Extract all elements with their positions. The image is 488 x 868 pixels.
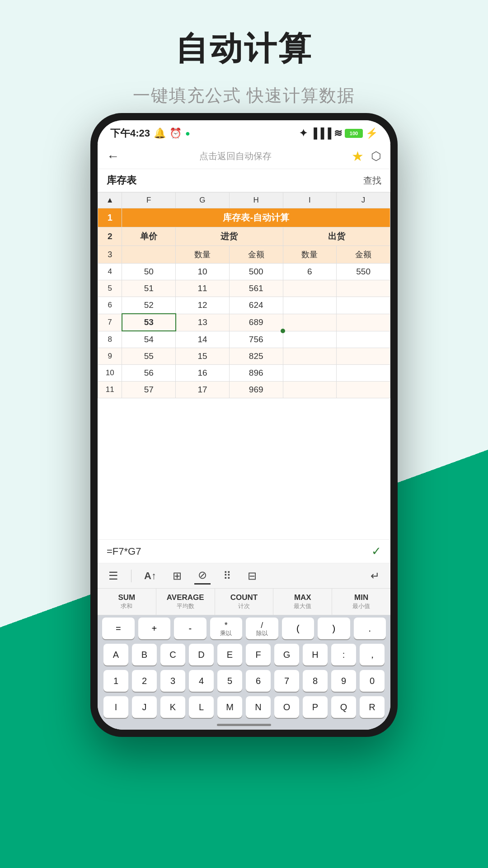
cell-H6[interactable]: 624 (229, 297, 283, 314)
cell-G6[interactable]: 12 (176, 297, 230, 314)
key-dot[interactable]: . (354, 618, 386, 639)
key-B[interactable]: B (132, 644, 157, 665)
cell-J5[interactable] (337, 280, 390, 297)
bookmark-button[interactable]: ★ (352, 148, 364, 164)
cell-I5[interactable] (283, 280, 337, 297)
cell-F7-selected[interactable]: 53 (122, 314, 176, 331)
cell-J7[interactable] (337, 314, 390, 331)
key-multiply[interactable]: *乘以 (210, 618, 243, 639)
func-max-button[interactable]: MAX 最大值 (273, 589, 332, 615)
key-minus[interactable]: - (174, 618, 206, 639)
key-A[interactable]: A (103, 644, 128, 665)
back-button[interactable]: ← (107, 149, 119, 164)
key-3[interactable]: 3 (160, 670, 185, 692)
key-0[interactable]: 0 (360, 670, 385, 692)
cell-G9[interactable]: 15 (176, 348, 230, 365)
key-lparen[interactable]: ( (282, 618, 314, 639)
cell-H10[interactable]: 896 (229, 365, 283, 382)
find-button[interactable]: 查找 (363, 175, 381, 187)
cell-H3[interactable]: 金额 (229, 246, 283, 264)
cell-F6[interactable]: 52 (122, 297, 176, 314)
cell-G7[interactable]: 13 (176, 314, 230, 331)
kb-grid-icon[interactable]: ⠿ (220, 568, 235, 584)
key-comma[interactable]: ， (360, 644, 385, 665)
cell-J6[interactable] (337, 297, 390, 314)
share-button[interactable]: ⬡ (371, 149, 381, 163)
cell-H8[interactable]: 756 (229, 331, 283, 348)
key-2[interactable]: 2 (132, 670, 157, 692)
key-G[interactable]: G (274, 644, 299, 665)
key-rparen[interactable]: ) (318, 618, 350, 639)
cell-I2[interactable]: 出货 (283, 227, 390, 246)
key-9[interactable]: 9 (331, 670, 356, 692)
cell-F4[interactable]: 50 (122, 264, 176, 280)
key-equals[interactable]: = (102, 618, 135, 639)
cell-I11[interactable] (283, 382, 337, 398)
key-1[interactable]: 1 (103, 670, 128, 692)
kb-text-icon[interactable]: A↑ (141, 568, 160, 584)
cell-F2[interactable]: 单价 (122, 227, 176, 246)
key-5[interactable]: 5 (217, 670, 242, 692)
kb-format-icon[interactable]: ⊟ (244, 568, 260, 584)
key-L[interactable]: L (189, 696, 214, 718)
cell-J11[interactable] (337, 382, 390, 398)
key-7[interactable]: 7 (274, 670, 299, 692)
cell-G2[interactable]: 进货 (176, 227, 283, 246)
formula-input[interactable]: =F7*G7 (107, 546, 371, 557)
cell-I9[interactable] (283, 348, 337, 365)
cell-J4[interactable]: 550 (337, 264, 390, 280)
cell-J10[interactable] (337, 365, 390, 382)
key-divide[interactable]: /除以 (246, 618, 278, 639)
key-P[interactable]: P (303, 696, 328, 718)
cell-F9[interactable]: 55 (122, 348, 176, 365)
cell-I6[interactable] (283, 297, 337, 314)
formula-confirm-button[interactable]: ✓ (371, 544, 381, 558)
key-E[interactable]: E (217, 644, 242, 665)
key-F[interactable]: F (246, 644, 271, 665)
cell-J3[interactable]: 金额 (337, 246, 390, 264)
cell-F5[interactable]: 51 (122, 280, 176, 297)
key-6[interactable]: 6 (246, 670, 271, 692)
key-H[interactable]: H (303, 644, 328, 665)
cell-J8[interactable] (337, 331, 390, 348)
cell-J9[interactable] (337, 348, 390, 365)
cell-G10[interactable]: 16 (176, 365, 230, 382)
cell-H4[interactable]: 500 (229, 264, 283, 280)
kb-menu-icon[interactable]: ☰ (105, 568, 122, 584)
cell-G11[interactable]: 17 (176, 382, 230, 398)
cell-G5[interactable]: 11 (176, 280, 230, 297)
cell-F8[interactable]: 54 (122, 331, 176, 348)
key-8[interactable]: 8 (303, 670, 328, 692)
kb-formula-icon[interactable]: ⊘ (194, 567, 211, 585)
func-sum-button[interactable]: SUM 求和 (98, 589, 156, 615)
kb-table-icon[interactable]: ⊞ (169, 568, 185, 584)
cell-G8[interactable]: 14 (176, 331, 230, 348)
cell-F10[interactable]: 56 (122, 365, 176, 382)
key-N[interactable]: N (246, 696, 271, 718)
key-C[interactable]: C (160, 644, 185, 665)
func-average-button[interactable]: AVERAGE 平均数 (156, 589, 215, 615)
cell-H5[interactable]: 561 (229, 280, 283, 297)
cell-H11[interactable]: 969 (229, 382, 283, 398)
cell-I4[interactable]: 6 (283, 264, 337, 280)
key-plus[interactable]: + (138, 618, 171, 639)
key-R[interactable]: R (360, 696, 385, 718)
func-count-button[interactable]: COUNT 计次 (215, 589, 274, 615)
key-O[interactable]: O (274, 696, 299, 718)
cell-H9[interactable]: 825 (229, 348, 283, 365)
cell-G3[interactable]: 数量 (176, 246, 230, 264)
cell-I8[interactable] (283, 331, 337, 348)
cell-I3[interactable]: 数量 (283, 246, 337, 264)
cell-I10[interactable] (283, 365, 337, 382)
key-M[interactable]: M (217, 696, 242, 718)
key-colon[interactable]: : (331, 644, 356, 665)
key-K[interactable]: K (160, 696, 185, 718)
cell-G4[interactable]: 10 (176, 264, 230, 280)
func-min-button[interactable]: MIN 最小值 (332, 589, 390, 615)
key-J[interactable]: J (132, 696, 157, 718)
key-4[interactable]: 4 (189, 670, 214, 692)
key-D[interactable]: D (189, 644, 214, 665)
cell-H7[interactable]: 689 (229, 314, 283, 331)
key-I[interactable]: I (103, 696, 128, 718)
key-Q[interactable]: Q (331, 696, 356, 718)
